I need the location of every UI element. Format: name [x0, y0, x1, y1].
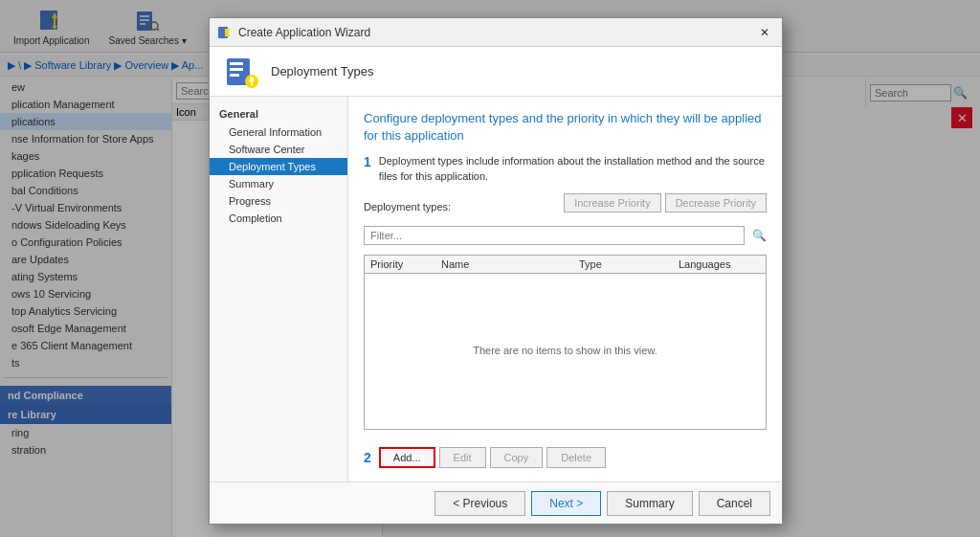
- step1-description: Deployment types include information abo…: [379, 154, 767, 184]
- dialog-footer: < Previous Next > Summary Cancel: [210, 481, 782, 524]
- wizard-content-heading: Configure deployment types and the prior…: [364, 110, 767, 145]
- wizard-header-icon: [225, 55, 259, 89]
- edit-button[interactable]: Edit: [439, 447, 486, 468]
- wizard-nav-progress[interactable]: Progress: [210, 192, 347, 210]
- wizard-nav-completion[interactable]: Completion: [210, 210, 347, 227]
- dialog-header-subtitle: Deployment Types: [271, 64, 373, 78]
- wizard-nav-general-information[interactable]: General Information: [210, 123, 347, 141]
- col-name: Name: [441, 258, 556, 270]
- deployment-types-table: Priority Name Type Languages There are n…: [364, 255, 767, 430]
- col-priority: Priority: [370, 258, 418, 270]
- svg-rect-15: [230, 68, 243, 71]
- dialog-titlebar-left: Create Application Wizard: [217, 25, 370, 40]
- wizard-step2: 2 Add... Edit Copy Delete: [364, 447, 767, 468]
- filter-row: 🔍: [364, 226, 767, 245]
- col-type: Type: [579, 258, 656, 270]
- wizard-content: Configure deployment types and the prior…: [348, 97, 782, 481]
- wizard-step1: 1 Deployment types include information a…: [364, 154, 767, 184]
- wizard-nav: General General Information Software Cen…: [210, 97, 348, 481]
- summary-button[interactable]: Summary: [607, 491, 692, 516]
- filter-input[interactable]: [364, 226, 745, 245]
- step1-number: 1: [364, 154, 371, 169]
- priority-buttons: Increase Priority Decrease Priority: [564, 193, 767, 213]
- col-languages: Languages: [679, 258, 755, 270]
- delete-button[interactable]: Delete: [546, 447, 606, 468]
- dialog-title-text: Create Application Wizard: [238, 26, 370, 39]
- dialog-body: General General Information Software Cen…: [210, 97, 782, 481]
- decrease-priority-button[interactable]: Decrease Priority: [665, 193, 767, 213]
- wizard-nav-software-center[interactable]: Software Center: [210, 141, 347, 158]
- next-button[interactable]: Next >: [531, 491, 601, 516]
- increase-priority-button[interactable]: Increase Priority: [564, 193, 660, 213]
- table-header: Priority Name Type Languages: [365, 256, 766, 274]
- svg-rect-14: [230, 62, 243, 65]
- deployment-types-label: Deployment types:: [364, 201, 451, 213]
- table-empty-message: There are no items to show in this view.: [365, 274, 766, 427]
- cancel-button[interactable]: Cancel: [699, 491, 770, 516]
- wizard-nav-summary[interactable]: Summary: [210, 175, 347, 192]
- action-buttons: Add... Edit Copy Delete: [379, 447, 606, 468]
- filter-search-icon: 🔍: [752, 229, 767, 242]
- dialog-header-bar: Deployment Types: [210, 47, 782, 97]
- dialog-title-icon: [217, 25, 233, 40]
- deployment-types-row: Deployment types: Increase Priority Decr…: [364, 193, 767, 216]
- create-application-wizard-dialog: Create Application Wizard ✕ Deployment T…: [209, 17, 783, 525]
- previous-button[interactable]: < Previous: [434, 491, 525, 516]
- add-button[interactable]: Add...: [379, 447, 435, 468]
- svg-rect-19: [251, 81, 253, 85]
- dialog-close-button[interactable]: ✕: [755, 23, 774, 42]
- step2-number: 2: [364, 450, 371, 465]
- copy-button[interactable]: Copy: [490, 447, 544, 468]
- dialog-titlebar: Create Application Wizard ✕: [210, 18, 782, 47]
- svg-rect-16: [230, 74, 239, 77]
- wizard-nav-section-general: General: [210, 104, 347, 123]
- wizard-nav-deployment-types[interactable]: Deployment Types: [210, 158, 347, 175]
